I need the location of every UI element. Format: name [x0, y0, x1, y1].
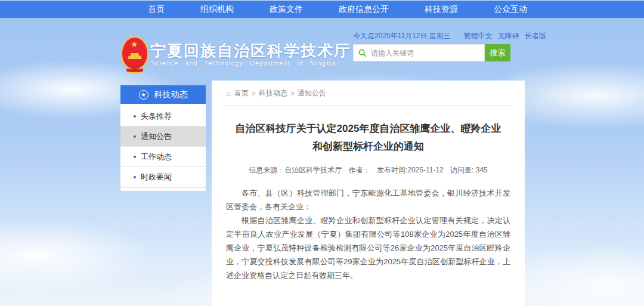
nav-item-policy[interactable]: 政策文件	[252, 4, 321, 15]
article-title: 自治区科技厅关于认定2025年度自治区雏鹰企业、瞪羚企业 和创新型标杆企业的通知	[226, 120, 510, 156]
sidebar-item-notices[interactable]: 通知公告	[120, 126, 206, 147]
breadcrumb-current: 通知公告	[298, 88, 326, 98]
site-title: 宁夏回族自治区科学技术厅	[150, 41, 351, 61]
page-background: 首页 组织机构 政策文件 政府信息公开 科技资源 公众互动 ★ 宁夏回族自治区科…	[0, 0, 644, 306]
sidebar-item-headlines[interactable]: 头条推荐	[120, 106, 206, 126]
article-paragraph: 根据自治区雏鹰企业、瞪羚企业和创新型标杆企业认定管理有关规定，决定认定半亩良人农…	[226, 214, 510, 283]
breadcrumb-separator: >	[252, 89, 256, 98]
search-icon	[358, 49, 367, 57]
sidebar-item-politics-news[interactable]: 时政要闻	[120, 167, 206, 187]
search-button[interactable]: 搜索	[485, 44, 510, 61]
sidebar-title: 科技动态	[154, 89, 188, 100]
emblem-base	[126, 69, 143, 73]
nav-item-gov-info[interactable]: 政府信息公开	[321, 4, 407, 15]
circle-star-icon: ★	[139, 90, 148, 100]
bullet-dot-icon	[134, 115, 136, 118]
bullet-dot-icon	[134, 176, 136, 178]
sidebar-item-label: 通知公告	[141, 131, 172, 142]
nav-item-interaction[interactable]: 公众互动	[476, 4, 545, 15]
current-date: 今天是2025年11月12日 星期三	[353, 31, 451, 41]
sidebar-item-work-news[interactable]: 工作动态	[120, 147, 206, 167]
sidebar: ★ 科技动态 头条推荐 通知公告 工作动态 时政要闻	[120, 85, 206, 191]
breadcrumb-home[interactable]: 首页	[234, 88, 249, 98]
header-meta-row: 今天是2025年11月12日 星期三 繁體中文 无障碍 长者版	[353, 31, 520, 41]
article-view-count: 访问量: 345	[450, 166, 488, 174]
nav-item-resources[interactable]: 科技资源	[407, 4, 476, 15]
nav-item-organization[interactable]: 组织机构	[182, 4, 252, 15]
link-accessibility[interactable]: 无障碍	[498, 31, 519, 41]
top-navigation: 首页 组织机构 政策文件 政府信息公开 科技资源 公众互动	[0, 1, 644, 18]
national-emblem-logo: ★	[121, 36, 148, 75]
breadcrumb-section[interactable]: 科技动态	[259, 88, 287, 98]
article-body: 各市、县（区）科技管理部门，宁东能源化工基地管委会，银川经济技术开发区管委会，各…	[226, 186, 510, 283]
breadcrumb: ⌂ 首页 > 科技动态 > 通知公告	[226, 81, 510, 106]
search-input-wrap	[353, 44, 485, 61]
article-paragraph: 各市、县（区）科技管理部门，宁东能源化工基地管委会，银川经济技术开发区管委会，各…	[226, 186, 510, 214]
main-content-card: ⌂ 首页 > 科技动态 > 通知公告 自治区科技厅关于认定2025年度自治区雏鹰…	[212, 81, 525, 306]
search-bar: 搜索	[353, 44, 510, 61]
home-icon: ⌂	[226, 90, 231, 97]
sidebar-footer	[120, 187, 206, 191]
link-traditional-chinese[interactable]: 繁體中文	[464, 31, 493, 41]
article-title-line1: 自治区科技厅关于认定2025年度自治区雏鹰企业、瞪羚企业	[236, 123, 501, 134]
sidebar-menu: 头条推荐 通知公告 工作动态 时政要闻	[120, 104, 206, 191]
emblem-star-icon: ★	[131, 40, 138, 48]
sidebar-header: ★ 科技动态	[120, 85, 206, 104]
bullet-dot-icon	[134, 135, 136, 138]
bullet-dot-icon	[134, 156, 136, 158]
sidebar-item-label: 头条推荐	[141, 111, 172, 122]
search-input[interactable]	[371, 49, 479, 57]
article-title-line2: 和创新型标杆企业的通知	[312, 141, 424, 152]
nav-item-home[interactable]: 首页	[130, 4, 182, 15]
breadcrumb-separator: >	[290, 89, 295, 98]
site-subtitle-english: Science and Technology Department of Nin…	[151, 60, 336, 67]
sidebar-item-label: 工作动态	[141, 152, 172, 162]
sidebar-item-label: 时政要闻	[141, 172, 172, 183]
article-meta: 信息来源：自治区科学技术厅 作者： 发布时间:2025-11-12 访问量: 3…	[226, 165, 510, 175]
link-elderly-version[interactable]: 长者版	[525, 31, 546, 41]
article-source: 信息来源：自治区科学技术厅	[249, 166, 342, 174]
article-publish-date: 发布时间:2025-11-12	[377, 166, 444, 174]
article-author: 作者：	[349, 166, 370, 174]
